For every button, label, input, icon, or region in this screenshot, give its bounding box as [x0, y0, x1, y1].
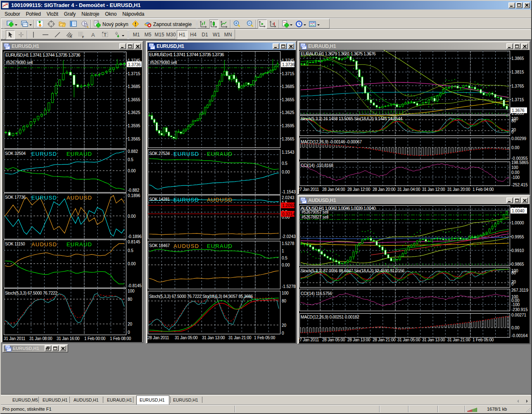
svg-text:0.00: 0.00	[511, 326, 520, 330]
svg-text:1.2092: 1.2092	[282, 203, 295, 208]
svg-text:EURAUD: EURAUD	[207, 151, 233, 157]
svg-text:31 Jan 2011: 31 Jan 2011	[4, 336, 26, 341]
svg-text:1.3595: 1.3595	[282, 124, 294, 128]
svg-text:EURUSD: EURUSD	[31, 151, 57, 157]
svg-text:Stoch(5,3,3) 16.1458 13.5065: Stoch(5,3,3) 16.1458 13.5065 Sto(18,6,3)…	[301, 117, 403, 121]
svg-text:T: T	[104, 32, 107, 37]
svg-text:-0.882: -0.882	[128, 188, 140, 193]
svg-text:20: 20	[282, 323, 287, 328]
svg-text:1 Feb 08:00: 1 Feb 08:00	[110, 336, 131, 341]
svg-text:31 Jan 05:00: 31 Jan 05:00	[175, 335, 198, 340]
svg-text:-1.1543: -1.1543	[282, 190, 296, 194]
svg-text:0.00: 0.00	[511, 170, 520, 175]
svg-text:0.00: 0.00	[511, 145, 520, 150]
svg-text:0.3214: 0.3214	[282, 212, 295, 217]
svg-text:31 Jan 12:00: 31 Jan 12:00	[422, 187, 445, 192]
svg-text:0.9955: 0.9955	[511, 235, 524, 239]
svg-text:267.3119: 267.3119	[511, 288, 528, 293]
svg-text:SOK 18467: SOK 18467	[149, 243, 170, 248]
svg-text:31 Jan 16:00: 31 Jan 16:00	[57, 336, 80, 341]
svg-text:31 Jan 20:00: 31 Jan 20:00	[447, 187, 470, 192]
svg-text:0: 0	[128, 330, 130, 335]
svg-text:-230.915: -230.915	[511, 307, 528, 312]
svg-text:20: 20	[128, 322, 133, 326]
svg-text:-0.00355: -0.00355	[511, 156, 528, 161]
svg-text:SOK 14281: SOK 14281	[149, 197, 170, 202]
svg-text:#52679057 sell: #52679057 sell	[302, 210, 328, 214]
svg-text:EURUSD,H1 1.3741 1.3744 1.373: EURUSD,H1 1.3741 1.3744 1.3735 1.3736	[5, 52, 80, 57]
svg-text:AUDUSD: AUDUSD	[173, 243, 199, 249]
svg-text:0.5: 0.5	[282, 256, 287, 260]
svg-text:0: 0	[511, 282, 514, 286]
svg-text:0.00: 0.00	[128, 214, 136, 219]
svg-text:1.3655: 1.3655	[128, 98, 140, 102]
svg-text:SOK 17736: SOK 17736	[5, 195, 26, 200]
svg-text:EURUSD,H1 1.3741 1.3744 1.373: EURUSD,H1 1.3741 1.3744 1.3735 1.3736	[149, 52, 224, 57]
svg-text:80: 80	[511, 119, 516, 123]
svg-text:1.3685: 1.3685	[128, 84, 140, 89]
svg-text:Stoch(5,3,3) 87.0056 88.6947: Stoch(5,3,3) 87.0056 88.6947 Sto(18,6,3)…	[301, 269, 405, 273]
svg-text:0.9865: 0.9865	[511, 262, 524, 266]
svg-text:1.0000: 1.0000	[511, 221, 524, 225]
svg-text:1.3565: 1.3565	[282, 137, 294, 141]
svg-text:-1.5278: -1.5278	[282, 284, 296, 289]
svg-text:EURUSD: EURUSD	[173, 197, 199, 203]
svg-text:EURAUD: EURAUD	[66, 241, 92, 247]
svg-text:-100: -100	[511, 302, 520, 307]
svg-text:1.3736: 1.3736	[128, 62, 141, 67]
svg-text:AUDUSD: AUDUSD	[31, 241, 57, 247]
svg-text:1.3715: 1.3715	[128, 71, 140, 76]
svg-text:0.882: 0.882	[128, 149, 138, 154]
svg-text:31 Jan 05:00: 31 Jan 05:00	[397, 338, 420, 342]
svg-text:F: F	[82, 36, 84, 38]
svg-text:31 Jan 21:00: 31 Jan 21:00	[228, 335, 252, 340]
svg-text:80: 80	[282, 299, 287, 303]
svg-text:27 Jan 2011: 27 Jan 2011	[299, 187, 319, 192]
svg-text:0.00: 0.00	[128, 262, 136, 266]
svg-text:-0.1896: -0.1896	[128, 234, 142, 239]
svg-text:SOK 11150: SOK 11150	[5, 242, 25, 246]
svg-text:MACD(12,26,9) 0.00251 0.00182: MACD(12,26,9) 0.00251 0.00182	[301, 315, 359, 319]
svg-text:0.00: 0.00	[282, 170, 290, 174]
svg-text:-2.0243: -2.0243	[282, 234, 296, 239]
svg-text:SOK 32504: SOK 32504	[5, 151, 26, 156]
svg-text:0.5: 0.5	[128, 157, 133, 162]
svg-text:1 Feb 04:00: 1 Feb 04:00	[473, 187, 494, 192]
svg-text:1.3676: 1.3676	[512, 108, 525, 113]
svg-text:EURAUD: EURAUD	[207, 243, 233, 249]
svg-text:28 Jan 13:00: 28 Jan 13:00	[347, 338, 370, 342]
svg-text:0.5: 0.5	[282, 161, 287, 166]
svg-text:28 Jan 2011: 28 Jan 2011	[147, 335, 169, 340]
svg-text:1.3565: 1.3565	[128, 137, 140, 141]
svg-text:-0.8145: -0.8145	[128, 283, 142, 288]
svg-text:1.3625: 1.3625	[128, 110, 140, 115]
svg-text:31 Jan 08:00: 31 Jan 08:00	[29, 336, 52, 341]
svg-text:MACD(12,26,9) -0.00146 -0.0006: MACD(12,26,9) -0.00146 -0.00067	[301, 140, 362, 144]
svg-text:CCI(14) -110.8168: CCI(14) -110.8168	[301, 163, 333, 168]
svg-text:28 Jan 20:00: 28 Jan 20:00	[373, 187, 396, 192]
svg-text:1: 1	[282, 249, 284, 253]
svg-text:EURUSD: EURUSD	[31, 195, 57, 201]
svg-text:#52679080 sell: #52679080 sell	[150, 60, 177, 65]
svg-text:27 Jan 2011: 27 Jan 2011	[299, 338, 319, 342]
svg-text:1.3625: 1.3625	[282, 110, 294, 115]
svg-text:2.0243: 2.0243	[282, 195, 294, 200]
svg-text:0.9910: 0.9910	[511, 248, 524, 253]
svg-text:0.00271: 0.00271	[511, 313, 527, 317]
svg-text:0.00: 0.00	[128, 169, 136, 173]
svg-text:100: 100	[282, 291, 289, 295]
svg-text:1.3765: 1.3765	[511, 84, 524, 88]
svg-text:1.5278: 1.5278	[282, 241, 294, 246]
svg-text:1.3815: 1.3815	[511, 70, 524, 74]
svg-text:SOK 27534: SOK 27534	[149, 151, 170, 156]
svg-text:Stoch(5,3,3) 67.5000 76.7222: Stoch(5,3,3) 67.5000 76.7222 Sto(18,6,3)…	[149, 294, 253, 299]
svg-text:31 Jan 04:00: 31 Jan 04:00	[397, 187, 420, 192]
svg-text:1.3865: 1.3865	[511, 56, 524, 61]
svg-text:28 Jan 12:00: 28 Jan 12:00	[347, 187, 370, 192]
svg-text:A: A	[91, 32, 95, 38]
svg-text:0.00: 0.00	[282, 263, 290, 267]
svg-text:80: 80	[128, 297, 133, 302]
svg-text:1.1543: 1.1543	[282, 150, 294, 155]
svg-text:1.0040: 1.0040	[512, 209, 525, 213]
svg-text:EURAUD,H1 1.3679 1.3681 1.367: EURAUD,H1 1.3679 1.3681 1.3675 1.3676	[301, 51, 375, 56]
